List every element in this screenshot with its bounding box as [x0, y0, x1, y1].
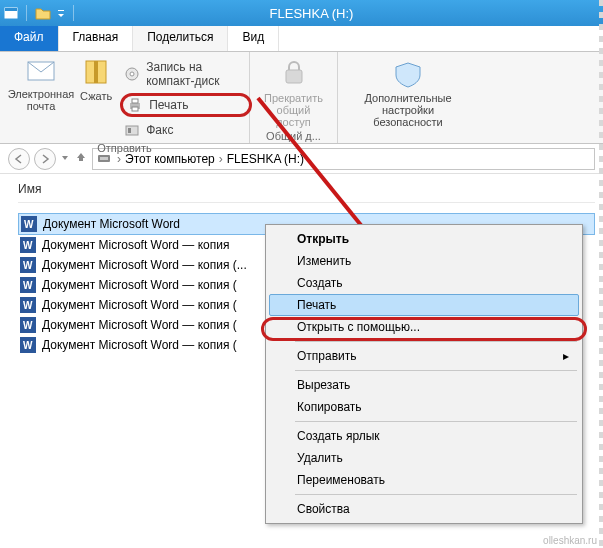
ctx-rename[interactable]: Переименовать — [269, 469, 579, 491]
fax-label: Факс — [146, 123, 173, 137]
tab-view[interactable]: Вид — [228, 26, 279, 51]
svg-text:W: W — [23, 340, 33, 351]
ctx-shortcut[interactable]: Создать ярлык — [269, 425, 579, 447]
svg-rect-13 — [286, 70, 302, 83]
burn-label: Запись на компакт-диск — [146, 60, 247, 88]
ribbon: Электронная почта Сжать Запись на компак… — [0, 52, 603, 144]
column-name[interactable]: Имя — [18, 182, 595, 203]
svg-rect-12 — [128, 128, 131, 133]
send-group-label: Отправить — [10, 140, 239, 154]
svg-rect-11 — [126, 126, 138, 135]
word-doc-icon: W — [21, 216, 37, 232]
security-button[interactable]: Дополнительные настройки безопасности — [348, 56, 468, 128]
watermark: olleshkan.ru — [543, 535, 597, 546]
svg-text:W: W — [23, 300, 33, 311]
separator — [295, 494, 577, 495]
svg-rect-1 — [5, 8, 17, 11]
chevron-right-icon: ▸ — [563, 349, 569, 363]
file-name: Документ Microsoft Word — копия — [42, 238, 229, 252]
svg-text:W: W — [23, 320, 33, 331]
stop-sharing-button: Прекратить общий доступ — [260, 56, 327, 128]
email-button[interactable]: Электронная почта — [10, 56, 72, 112]
qat-dropdown-icon[interactable] — [57, 6, 65, 20]
svg-text:W: W — [24, 219, 34, 230]
svg-rect-15 — [100, 157, 108, 160]
tab-home[interactable]: Главная — [59, 26, 134, 51]
share-group-label: Общий д... — [260, 128, 327, 142]
titlebar: FLESHKA (H:) — [0, 0, 603, 26]
ctx-delete[interactable]: Удалить — [269, 447, 579, 469]
svg-text:W: W — [23, 240, 33, 251]
file-name: Документ Microsoft Word — копия ( — [42, 278, 237, 292]
fax-button[interactable]: Факс — [120, 120, 251, 140]
ctx-send-to[interactable]: Отправить▸ — [269, 345, 579, 367]
tab-share[interactable]: Поделиться — [133, 26, 228, 51]
word-doc-icon: W — [20, 297, 36, 313]
svg-rect-2 — [58, 10, 64, 11]
ribbon-tabs: Файл Главная Поделиться Вид — [0, 26, 603, 52]
ctx-new[interactable]: Создать — [269, 272, 579, 294]
word-doc-icon: W — [20, 237, 36, 253]
file-name: Документ Microsoft Word — копия ( — [42, 298, 237, 312]
separator — [295, 341, 577, 342]
zip-button[interactable]: Сжать — [80, 56, 112, 102]
print-label: Печать — [149, 98, 188, 112]
separator — [295, 370, 577, 371]
file-name: Документ Microsoft Word — копия (... — [42, 258, 247, 272]
burn-button[interactable]: Запись на компакт-диск — [120, 58, 251, 90]
email-label: Электронная почта — [8, 88, 75, 112]
ctx-print[interactable]: Печать — [269, 294, 579, 316]
stop-sharing-label: Прекратить общий доступ — [260, 92, 327, 128]
zip-label: Сжать — [80, 90, 112, 102]
ctx-open-with[interactable]: Открыть с помощью... — [269, 316, 579, 338]
svg-point-7 — [130, 72, 134, 76]
ctx-edit[interactable]: Изменить — [269, 250, 579, 272]
svg-rect-5 — [94, 61, 98, 83]
ctx-properties[interactable]: Свойства — [269, 498, 579, 520]
ctx-open[interactable]: Открыть — [269, 228, 579, 250]
file-name: Документ Microsoft Word — копия ( — [42, 318, 237, 332]
separator — [295, 421, 577, 422]
word-doc-icon: W — [20, 337, 36, 353]
file-name: Документ Microsoft Word — копия ( — [42, 338, 237, 352]
svg-rect-10 — [132, 107, 138, 111]
ctx-copy[interactable]: Копировать — [269, 396, 579, 418]
word-doc-icon: W — [20, 277, 36, 293]
ctx-cut[interactable]: Вырезать — [269, 374, 579, 396]
folder-icon[interactable] — [35, 6, 51, 20]
context-menu: Открыть Изменить Создать Печать Открыть … — [265, 224, 583, 524]
word-doc-icon: W — [20, 317, 36, 333]
window-title: FLESHKA (H:) — [80, 6, 603, 21]
print-button[interactable]: Печать — [120, 93, 251, 117]
file-name: Документ Microsoft Word — [43, 217, 180, 231]
word-doc-icon: W — [20, 257, 36, 273]
svg-text:W: W — [23, 280, 33, 291]
svg-text:W: W — [23, 260, 33, 271]
svg-rect-9 — [132, 99, 138, 103]
security-label: Дополнительные настройки безопасности — [348, 92, 468, 128]
system-menu-icon[interactable] — [4, 6, 18, 20]
tab-file[interactable]: Файл — [0, 26, 59, 51]
